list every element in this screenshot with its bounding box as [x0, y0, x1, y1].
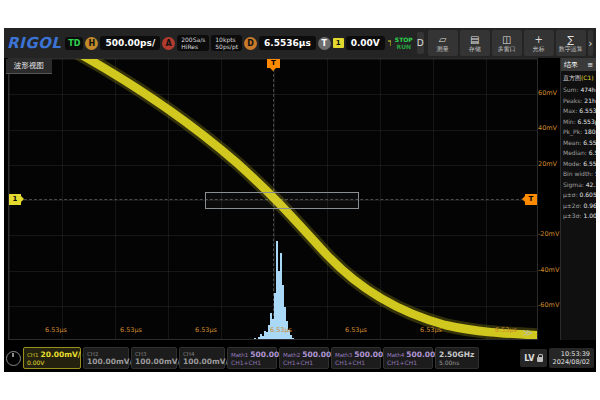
time: 10:53:39 — [553, 350, 590, 358]
waveform-grid: T 1 T 6.53μs6.53μs6.53μs6.53μs6.53μs6.53… — [8, 58, 538, 340]
multiwindow-button[interactable]: ◫ 多窗口 — [492, 30, 522, 56]
interface-status-badge[interactable]: LV — [520, 349, 546, 367]
results-title: 结果 — [564, 60, 578, 70]
trigger-knob[interactable]: T — [318, 37, 331, 50]
math2-tile[interactable]: Math2 500.00mV/ CH1+CH1 — [279, 347, 329, 369]
results-panel: 结果 ≡ 直方图(C1) Sum: 474hitsPeaks: 21hitsMa… — [560, 58, 596, 340]
voltage-label: 20mV — [538, 160, 560, 168]
multiwindow-icon: ◫ — [502, 34, 511, 45]
sample-interval: 50ps/pt — [215, 43, 238, 50]
memory-depth: 10kpts — [215, 36, 238, 43]
stats-list: Sum: 474hitsPeaks: 21hitsMax: 6.553μsMin… — [561, 85, 596, 222]
memory-depth-button[interactable]: 10kpts 50ps/pt — [211, 35, 242, 51]
stat-row: Peaks: 21hits — [563, 96, 596, 107]
stat-row: μ±3σ: 1.000000 — [563, 211, 596, 222]
stat-row: μ±2σ: 0.963122 — [563, 201, 596, 212]
histogram-source-label: 直方图(C1) — [561, 71, 596, 85]
voltage-label: -60mV — [538, 301, 560, 309]
clock[interactable]: 10:53:39 2024/08/02 — [549, 348, 594, 368]
histogram-bar — [294, 339, 296, 340]
stat-row: Bin width: 5ps — [563, 169, 596, 180]
run-state-top: STOP — [395, 36, 413, 43]
histogram-bar — [252, 339, 254, 340]
stat-row: Max: 6.553μs — [563, 106, 596, 117]
multipurpose-knob-icon[interactable] — [6, 351, 21, 366]
voltage-label: -40mV — [538, 266, 560, 274]
channel1-offset-marker[interactable]: 1 — [9, 194, 21, 205]
sample-rate: 200Sa/s — [181, 36, 205, 43]
math-menu-button[interactable]: ∑ 数字运算 — [556, 30, 586, 56]
channel-bar: CH1 20.00mV/ Ω 0.00V CH2 100.00mV/ CH3 1… — [4, 346, 596, 370]
stat-row: μ±σ: 0.605495 — [563, 190, 596, 201]
cursor-icon: + — [534, 34, 542, 45]
channel3-tile[interactable]: CH3 100.00mV/ — [131, 347, 177, 369]
acquire-knob[interactable]: A — [162, 37, 175, 50]
stat-row: Sum: 474hits — [563, 85, 596, 96]
acquire-info-button[interactable]: 200Sa/s HiRes — [177, 35, 209, 51]
measure-icon: ▱ — [439, 34, 447, 45]
frequency-counter-tile[interactable]: 2.50GHz 5.00ns — [435, 347, 479, 369]
math-icon: ∑ — [567, 34, 574, 45]
trigger-edge-icon[interactable] — [387, 39, 391, 48]
channel1-tile[interactable]: CH1 20.00mV/ Ω 0.00V — [23, 347, 81, 369]
results-panel-header[interactable]: 结果 ≡ — [561, 58, 596, 71]
voltage-label: -20mV — [538, 230, 560, 238]
channel2-tile[interactable]: CH2 100.00mV/ — [83, 347, 129, 369]
top-toolbar: RIGOL TD H 500.00ps/ A 200Sa/s HiRes 10k… — [4, 28, 596, 58]
channel4-tile[interactable]: CH4 100.00mV/ — [179, 347, 225, 369]
run-state-bottom: RUN — [395, 43, 413, 50]
waveform-view-tab[interactable]: 波形视图 — [6, 59, 52, 74]
expand-icon[interactable]: ≫ — [523, 327, 533, 338]
voltage-scale: 60mV40mV20mV-20mV-40mV-60mV — [538, 58, 560, 340]
math4-tile[interactable]: Math4 CH1+CH1 500.00mV/ CH1+CH1 — [383, 347, 433, 369]
math1-tile[interactable]: Math1 500.00mV/ CH1+CH1 — [227, 347, 277, 369]
stat-row: Sigma: 42.39ps — [563, 180, 596, 191]
trigger-status-badge: TD — [65, 37, 83, 50]
menu-icon[interactable]: ≡ — [587, 61, 593, 69]
run-state-indicator[interactable]: STOP RUN — [393, 36, 415, 50]
horizontal-scale-button[interactable]: 500.00ps/ — [100, 36, 160, 50]
trigger-position-marker[interactable]: T — [267, 59, 280, 68]
histogram-range-box[interactable] — [205, 192, 359, 209]
voltage-label: 40mV — [538, 124, 560, 132]
stat-row: Mean: 6.553μs — [563, 138, 596, 149]
lock-icon — [537, 357, 543, 362]
date: 2024/08/02 — [553, 358, 590, 366]
more-menu-button[interactable]: › — [588, 30, 593, 56]
storage-icon: ▤ — [470, 34, 479, 45]
acquire-mode: HiRes — [181, 43, 205, 50]
rigol-logo: RIGOL — [7, 34, 61, 52]
delay-value-button[interactable]: 6.5536μs — [259, 36, 316, 50]
delay-knob[interactable]: D — [244, 37, 257, 50]
storage-button[interactable]: ▤ 存储 — [460, 30, 490, 56]
trigger-source-badge[interactable]: 1 — [333, 38, 344, 48]
math3-tile[interactable]: Math3 500.00mV/ CH1+CH1 — [331, 347, 381, 369]
measure-button[interactable]: ▱ 测量 — [428, 30, 458, 56]
stat-row: Mode: 6.553μs — [563, 159, 596, 170]
stat-row: Pk_Pk: 180ps — [563, 127, 596, 138]
trigger-level-button[interactable]: 0.00V — [346, 36, 385, 50]
histogram-bar — [256, 339, 258, 340]
stat-row: Min: 6.553μs — [563, 117, 596, 128]
voltage-label: 60mV — [538, 89, 560, 97]
default-button[interactable]: D — [417, 32, 424, 54]
cursor-button[interactable]: + 光标 — [524, 30, 554, 56]
stat-row: Median: 6.553μs — [563, 148, 596, 159]
horizontal-knob[interactable]: H — [85, 37, 98, 50]
trigger-level-marker[interactable]: T — [525, 194, 537, 205]
oscilloscope-screen: RIGOL TD H 500.00ps/ A 200Sa/s HiRes 10k… — [4, 28, 596, 372]
